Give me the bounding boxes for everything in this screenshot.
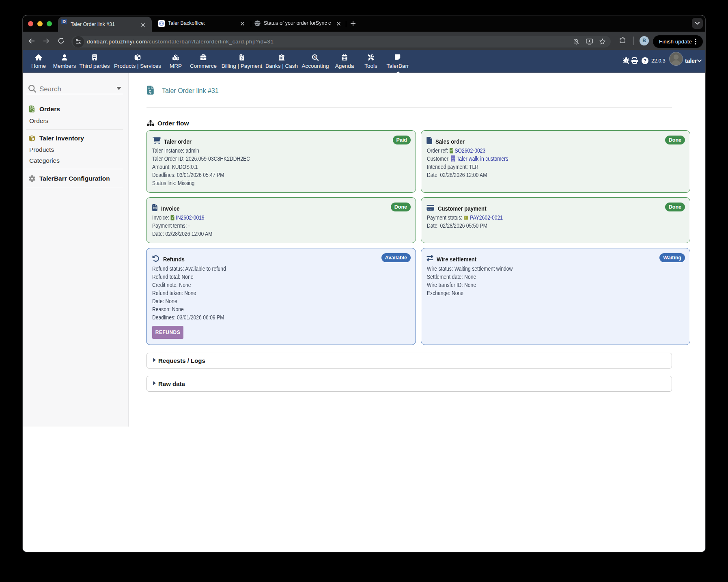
svg-text:?: ?: [644, 58, 646, 64]
svg-text:D: D: [62, 19, 66, 24]
svg-text:$: $: [314, 55, 316, 58]
